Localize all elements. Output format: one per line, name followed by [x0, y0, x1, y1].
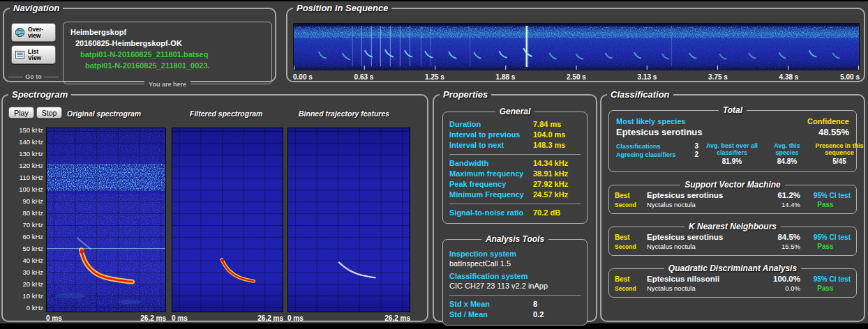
total-title: Total [719, 105, 747, 115]
most-likely-species-label: Most likely species [616, 116, 686, 126]
sequence-time-axis: 0.00 s 0.63 s 1.25 s 1.88 s 2.50 s 3.13 … [293, 73, 860, 83]
second-percentage: 15.5% [761, 243, 800, 251]
stop-button[interactable]: Stop [36, 107, 62, 118]
current-location-box: Heimbergskopf 20160825-Heimbergskopf-OK … [63, 22, 272, 84]
property-label: Peak frequency [449, 179, 533, 190]
original-spectrogram-label: Original spectrogram [67, 109, 141, 118]
time-tick-label: 4.38 s [779, 73, 799, 81]
second-percentage: 0.0% [761, 284, 800, 293]
spectrogram-title: Spectrogram [8, 89, 71, 100]
properties-panel: Properties General Duration7.84 ms Inter… [433, 89, 597, 322]
spectrogram-panel: Spectrogram Play Stop Original spectrogr… [1, 89, 428, 322]
freq-tick-label: 80 kHz [4, 209, 43, 217]
agreeing-classifiers-label: Agreeing classifiers [616, 151, 676, 159]
best-percentage: 84.5% [761, 232, 800, 243]
divider [44, 77, 59, 77]
position-in-sequence-panel: Position in Sequence [286, 3, 865, 82]
inspection-system-value: batInspectCall 1.5 [449, 259, 581, 269]
ci-test-label: 95% CI test [800, 232, 851, 243]
property-label: Interval to next [449, 140, 533, 151]
general-group: General Duration7.84 ms Interval to prev… [442, 107, 588, 224]
freq-tick-label: 60 kHz [4, 233, 43, 241]
path-site[interactable]: Heimbergskopf [70, 26, 264, 38]
property-label: Maximum frequency [449, 169, 533, 179]
path-sequence[interactable]: batpi01-N-20160825_211801.batseq [70, 49, 264, 60]
time-tick-label: 0.63 s [354, 73, 374, 81]
classifications-label: Classifications [616, 142, 661, 151]
divider [449, 204, 581, 204]
classification-title: Classification [607, 89, 673, 100]
presence-label: Presence in this sequence [811, 142, 867, 156]
second-label: Second [615, 243, 647, 251]
freq-tick-label: 90 kHz [4, 197, 43, 206]
ci-test-label: 95% CI test [800, 274, 851, 284]
freq-tick-label: 30 kHz [4, 268, 43, 277]
most-likely-species-value: Eptesicus serotinus [616, 126, 703, 138]
time-tick-label: 1.25 s [425, 73, 444, 81]
best-species: Eptesicus serotinus [647, 232, 761, 243]
svm-group: Support Vector Machine Best Eptesicus se… [608, 180, 857, 214]
presence-stat: Presence in this sequence 5/45 [811, 142, 867, 166]
path-session[interactable]: 20160825-Heimbergskopf-OK [70, 38, 264, 49]
sequence-spectrogram[interactable] [293, 23, 860, 70]
list-icon [15, 49, 25, 60]
ci-test-result: Pass [800, 284, 851, 293]
freq-tick-label: 100 kHz [4, 185, 43, 194]
total-group: Total Most likely species Confidence Ept… [608, 105, 857, 172]
property-value: 14.34 kHz [533, 158, 581, 169]
presence-value: 5/45 [811, 158, 867, 166]
divider [449, 154, 581, 155]
position-in-sequence-title: Position in Sequence [293, 3, 391, 13]
filtered-time-axis: 0 ms 26.2 ms [172, 314, 283, 322]
avg-species-value: 84.8% [765, 158, 809, 166]
analysis-tools-group: Analysis Tools Inspection system batInsp… [442, 234, 588, 326]
property-value: 24.57 kHz [533, 190, 581, 200]
general-title: General [495, 107, 535, 116]
filtered-spectrogram-plot [172, 128, 283, 312]
classification-system-label: Classification system [449, 271, 581, 281]
time-end-label: 26.2 ms [384, 314, 410, 322]
filtered-spectrogram-label: Filtered spectrogram [190, 109, 262, 118]
classifier-counts: Classifications3 Agreeing classifiers2 [616, 142, 698, 166]
property-value: 8 [533, 299, 581, 309]
go-to-label: Go to [8, 73, 59, 80]
overview-button[interactable]: Over- view [11, 23, 56, 42]
time-tick-label: 3.13 s [638, 73, 657, 81]
second-species: Nyctalus noctula [647, 284, 761, 293]
property-label: Duration [449, 119, 533, 130]
property-label: Bandwidth [449, 158, 533, 169]
freq-tick-label: 130 kHz [4, 150, 43, 158]
analysis-tools-title: Analysis Tools [481, 234, 548, 244]
best-percentage: 100.0% [761, 274, 800, 284]
time-tick-label: 3.75 s [708, 73, 728, 81]
ci-test-label: 95% CI test [800, 190, 851, 201]
binned-trajectory-label: Binned trajectory features [299, 109, 389, 118]
freq-tick-label: 40 kHz [4, 257, 43, 265]
agreeing-classifiers-value: 2 [694, 151, 698, 159]
freq-tick-label: 10 kHz [4, 292, 43, 300]
best-label: Best [615, 274, 647, 284]
best-species: Eptesicus serotinus [647, 190, 761, 201]
time-tick-label: 1.88 s [496, 73, 516, 81]
original-time-axis: 0 ms 26.2 ms [46, 314, 166, 322]
properties-title: Properties [440, 89, 491, 100]
path-call[interactable]: batpi01-N-20160825_211801_0023. [70, 60, 264, 71]
classifications-value: 3 [694, 142, 698, 151]
original-spectrogram-plot [46, 128, 166, 312]
freq-tick-label: 70 kHz [4, 221, 43, 229]
play-button[interactable]: Play [8, 107, 34, 118]
list-view-button[interactable]: List View [11, 45, 56, 64]
avg-best-stat: Avg. best over all classifiers 81.9% [701, 142, 763, 166]
knn-group: K Nearest Neighbours Best Eptesicus sero… [608, 222, 857, 256]
avg-best-label: Avg. best over all classifiers [701, 142, 763, 156]
confidence-label: Confidence [807, 116, 849, 126]
second-label: Second [615, 284, 647, 293]
svm-title: Support Vector Machine [680, 180, 785, 190]
time-tick-label: 5.00 s [840, 73, 860, 81]
property-value: 38.91 kHz [533, 169, 581, 179]
best-percentage: 61.2% [761, 190, 800, 201]
time-end-label: 26.2 ms [140, 314, 166, 322]
freq-tick-label: 150 kHz [4, 126, 43, 135]
second-species: Nyctalus noctula [647, 201, 761, 209]
property-label: Minimum Frequency [449, 190, 533, 200]
